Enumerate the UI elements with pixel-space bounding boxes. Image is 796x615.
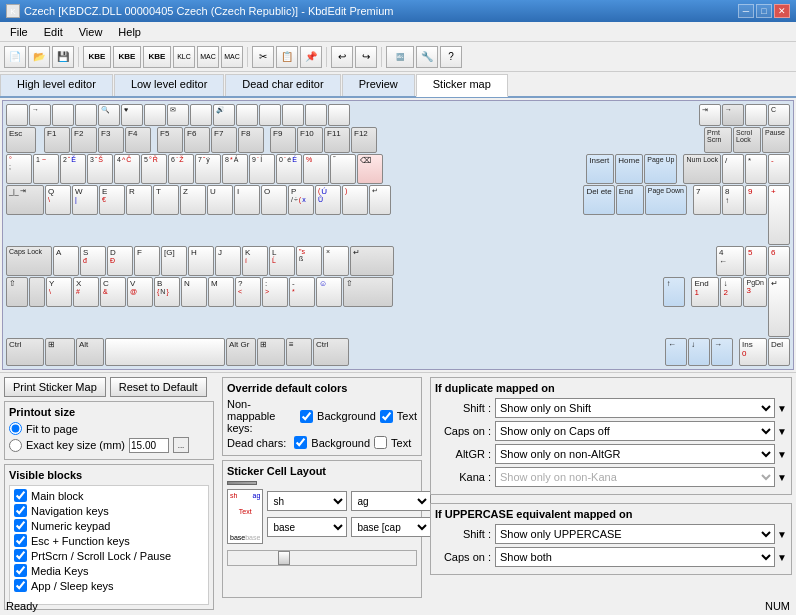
dup-altgr-select[interactable]: Show only on non-AltGR Show both — [495, 444, 775, 464]
toolbar-redo[interactable]: ↪ — [355, 46, 377, 68]
cell-top-left-select[interactable]: shagbase — [267, 491, 347, 511]
key-6[interactable]: 6`Ž — [168, 154, 194, 184]
key-ctrl-l[interactable]: Ctrl — [6, 338, 44, 366]
key-num7[interactable]: 7 — [693, 185, 721, 215]
key-delete[interactable]: Del ete — [583, 185, 614, 215]
key-grave[interactable]: °; — [6, 154, 32, 184]
key-k[interactable]: Kí — [242, 246, 268, 276]
key-numdel[interactable]: Del — [768, 338, 790, 366]
key-esc[interactable]: Esc — [6, 127, 36, 153]
toolbar-special2[interactable]: 🔧 — [416, 46, 438, 68]
key-f7[interactable]: F7 — [211, 127, 237, 153]
key-extra-15[interactable] — [328, 104, 350, 126]
key-minus[interactable]: % — [303, 154, 329, 184]
key-7[interactable]: 7ˇý — [195, 154, 221, 184]
key-d[interactable]: DĐ — [107, 246, 133, 276]
key-down[interactable]: ↓ — [688, 338, 710, 366]
key-left[interactable]: ← — [665, 338, 687, 366]
toolbar-btn-5[interactable]: KBE — [113, 46, 141, 68]
key-extra-14[interactable] — [305, 104, 327, 126]
key-num8[interactable]: 8↑ — [722, 185, 744, 215]
dup-kana-select[interactable]: Show only on non-Kana Show both — [495, 467, 775, 487]
key-9[interactable]: 9´Í — [249, 154, 275, 184]
close-button[interactable]: ✕ — [774, 4, 790, 18]
dup-caps-select[interactable]: Show only on Caps off Show both — [495, 421, 775, 441]
menu-edit[interactable]: Edit — [38, 24, 69, 40]
key-extra-r1[interactable]: ⇥ — [699, 104, 721, 126]
key-extra-5[interactable]: 🔍 — [98, 104, 120, 126]
dead-bg-cb[interactable] — [294, 436, 307, 449]
key-f4[interactable]: F4 — [125, 127, 151, 153]
key-extra-rz[interactable]: ☺ — [316, 277, 342, 307]
key-extra-r2[interactable]: → — [722, 104, 744, 126]
key-num-enter[interactable]: ↵ — [768, 277, 790, 337]
key-num6[interactable]: 6 — [768, 246, 790, 276]
maximize-button[interactable]: □ — [756, 4, 772, 18]
key-num1[interactable]: End1 — [691, 277, 719, 307]
tab-dead-char[interactable]: Dead char editor — [225, 74, 340, 96]
dead-text-cb[interactable] — [374, 436, 387, 449]
key-e[interactable]: E€ — [99, 185, 125, 215]
key-num9[interactable]: 9 — [745, 185, 767, 215]
key-8[interactable]: 8*Á — [222, 154, 248, 184]
key-3[interactable]: 3ˇŠ — [87, 154, 113, 184]
key-menu[interactable]: ≡ — [286, 338, 312, 366]
toolbar-copy[interactable]: 📋 — [276, 46, 298, 68]
key-space[interactable] — [105, 338, 225, 366]
exact-size-input[interactable] — [129, 438, 169, 453]
key-u[interactable]: U — [207, 185, 233, 215]
cell-bot-left-select[interactable]: baseshag — [267, 517, 347, 537]
key-extra-r3[interactable] — [745, 104, 767, 126]
key-extra-r4[interactable]: C — [768, 104, 790, 126]
toolbar-help[interactable]: ? — [440, 46, 462, 68]
key-f[interactable]: F — [134, 246, 160, 276]
key-end[interactable]: End — [616, 185, 644, 215]
cb-prtscr[interactable] — [14, 549, 27, 562]
key-slash[interactable]: -* — [289, 277, 315, 307]
key-f8[interactable]: F8 — [238, 127, 264, 153]
key-extra-8[interactable]: ✉ — [167, 104, 189, 126]
exact-size-picker[interactable]: ... — [173, 437, 189, 453]
toolbar-btn-3[interactable]: 💾 — [52, 46, 74, 68]
uc-shift-select[interactable]: Show only UPPERCASE Show both — [495, 524, 775, 544]
key-f9[interactable]: F9 — [270, 127, 296, 153]
key-n[interactable]: N — [181, 277, 207, 307]
key-5[interactable]: 5°Ř — [141, 154, 167, 184]
cb-nav-keys[interactable] — [14, 504, 27, 517]
key-y[interactable]: Y\ — [46, 277, 72, 307]
print-sticker-button[interactable]: Print Sticker Map — [4, 377, 106, 397]
tab-high-level[interactable]: High level editor — [0, 74, 113, 96]
exact-size-radio[interactable] — [9, 439, 22, 452]
toolbar-btn-7[interactable]: KLC — [173, 46, 195, 68]
key-extra-2[interactable]: → — [29, 104, 51, 126]
key-extra-1[interactable] — [6, 104, 28, 126]
key-lbracket[interactable]: (ÚŮ — [315, 185, 341, 215]
non-map-bg-cb[interactable] — [300, 410, 313, 423]
minimize-button[interactable]: ─ — [738, 4, 754, 18]
key-extra-7[interactable] — [144, 104, 166, 126]
key-v[interactable]: V@ — [127, 277, 153, 307]
key-num-star[interactable]: * — [745, 154, 767, 184]
key-extra-9[interactable] — [190, 104, 212, 126]
key-num-minus[interactable]: - — [768, 154, 790, 184]
dup-shift-select[interactable]: Show only on Shift Show both — [495, 398, 775, 418]
key-equal[interactable]: ˝ — [330, 154, 356, 184]
key-l[interactable]: LĹ — [269, 246, 295, 276]
toolbar-btn-8[interactable]: MAC — [197, 46, 219, 68]
key-b[interactable]: B{N} — [154, 277, 180, 307]
toolbar-cut[interactable]: ✂ — [252, 46, 274, 68]
key-f11[interactable]: F11 — [324, 127, 350, 153]
key-num5[interactable]: 5 — [745, 246, 767, 276]
key-alt-l[interactable]: Alt — [76, 338, 104, 366]
reset-default-button[interactable]: Reset to Default — [110, 377, 207, 397]
key-h[interactable]: H — [188, 246, 214, 276]
key-f5[interactable]: F5 — [157, 127, 183, 153]
toolbar-special1[interactable]: 🔤 — [386, 46, 414, 68]
toolbar-btn-2[interactable]: 📂 — [28, 46, 50, 68]
key-f10[interactable]: F10 — [297, 127, 323, 153]
key-numlock[interactable]: Num Lock — [683, 154, 721, 184]
menu-file[interactable]: File — [4, 24, 34, 40]
key-scrlk[interactable]: ScrolLock — [733, 127, 761, 153]
key-extra-11[interactable] — [236, 104, 258, 126]
tab-low-level[interactable]: Low level editor — [114, 74, 224, 96]
